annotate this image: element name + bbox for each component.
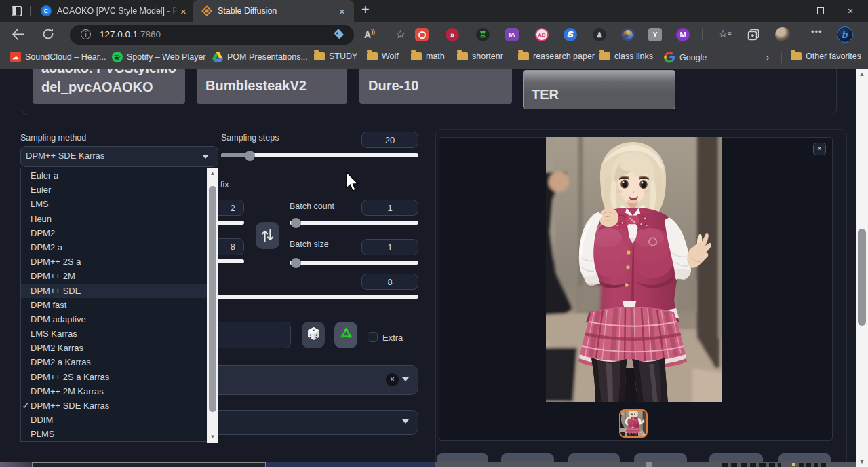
svg-text:C: C bbox=[44, 7, 49, 14]
